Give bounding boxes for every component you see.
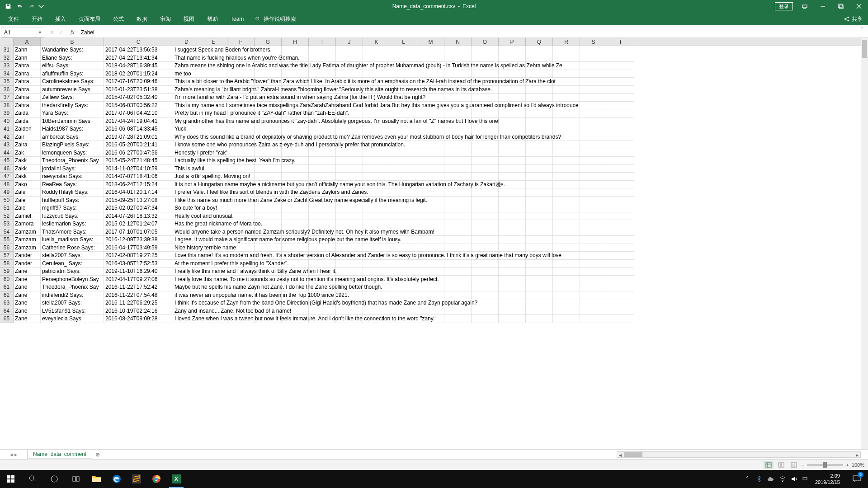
cell[interactable]: 2016-03-05T17:52:53 — [104, 260, 173, 268]
cell[interactable] — [526, 204, 553, 212]
cell[interactable] — [336, 307, 363, 315]
cell[interactable]: Theodora_Phoenix Say — [41, 157, 104, 165]
cell[interactable] — [580, 236, 607, 244]
cell[interactable] — [444, 283, 472, 291]
tab-team[interactable]: Team — [224, 13, 250, 25]
tab-formulas[interactable]: 公式 — [107, 13, 130, 25]
cell[interactable] — [472, 141, 499, 149]
cell[interactable] — [444, 94, 472, 102]
cell[interactable]: Zander — [14, 260, 41, 268]
cell[interactable] — [499, 86, 526, 94]
cell[interactable]: Haids1987 Says: — [41, 125, 104, 133]
cell[interactable]: Zahra — [14, 70, 41, 78]
cell[interactable] — [580, 54, 607, 62]
cell[interactable]: 2014-11-02T04:10:59 — [104, 165, 173, 173]
cell[interactable] — [309, 54, 336, 62]
cell[interactable]: Zaira — [14, 141, 41, 149]
cell[interactable] — [472, 212, 499, 221]
cell[interactable] — [607, 283, 634, 291]
cell[interactable]: Zahra — [14, 102, 41, 110]
cell[interactable]: Zane — [14, 307, 41, 315]
row-header[interactable]: 41 — [0, 125, 14, 133]
cell[interactable] — [553, 94, 580, 102]
cell[interactable] — [553, 260, 580, 268]
tab-insert[interactable]: 插入 — [49, 13, 72, 25]
formula-accept-button[interactable]: ✓ — [57, 29, 65, 36]
cell[interactable]: 2015-06-03T00:56:22 — [104, 102, 173, 110]
cell[interactable] — [336, 70, 363, 78]
cell[interactable] — [499, 165, 526, 173]
cell[interactable] — [444, 197, 472, 205]
cell[interactable] — [499, 46, 526, 54]
cell[interactable] — [526, 197, 553, 205]
cell[interactable] — [526, 181, 553, 189]
search-button[interactable] — [22, 470, 43, 488]
cell[interactable] — [336, 165, 363, 173]
cell[interactable] — [444, 149, 472, 157]
cell[interactable]: Pretty but in my head I pronounce it "ZA… — [173, 109, 200, 117]
cell[interactable]: RoddyThlayli Says: — [41, 188, 104, 197]
cell[interactable] — [607, 197, 634, 205]
cell[interactable] — [553, 307, 580, 315]
row-header[interactable]: 33 — [0, 62, 14, 70]
cell[interactable] — [444, 70, 472, 78]
cell[interactable] — [607, 267, 634, 276]
row-header[interactable]: 40 — [0, 117, 14, 126]
cell[interactable] — [553, 283, 580, 291]
cell[interactable]: Zamzam — [14, 228, 41, 236]
column-header[interactable]: K — [363, 38, 390, 46]
cell[interactable] — [553, 188, 580, 197]
cell[interactable] — [472, 197, 499, 205]
cell[interactable]: At the moment I prefer this spelling to … — [173, 260, 200, 268]
cell[interactable]: 2017-04-22T13:56:53 — [104, 46, 173, 54]
cell[interactable]: 2016-01-23T23:51:38 — [104, 86, 173, 94]
cell[interactable]: 2015-09-25T13:27:08 — [104, 197, 173, 205]
cell[interactable] — [553, 109, 580, 117]
cell[interactable] — [607, 291, 634, 300]
cell[interactable]: 2018-04-28T16:39:45 — [104, 62, 173, 70]
cell[interactable] — [390, 165, 417, 173]
name-box[interactable]: A1▼ — [1, 28, 44, 38]
cell[interactable] — [309, 204, 336, 212]
taskbar-file-explorer[interactable] — [87, 470, 107, 488]
cell[interactable] — [607, 62, 634, 70]
cell[interactable] — [444, 54, 472, 62]
cell[interactable] — [580, 220, 607, 228]
taskbar-excel[interactable]: X — [166, 470, 186, 488]
cell[interactable] — [444, 228, 472, 236]
cell[interactable]: Yuck. — [173, 125, 200, 133]
cell[interactable] — [526, 212, 553, 221]
column-header[interactable]: P — [499, 38, 526, 46]
cell[interactable]: Zak — [14, 149, 41, 157]
cell[interactable] — [526, 86, 553, 94]
cell[interactable] — [580, 109, 607, 117]
tab-page-layout[interactable]: 页面布局 — [72, 13, 107, 25]
bluetooth-icon[interactable] — [755, 475, 763, 483]
view-page-break-button[interactable] — [789, 461, 799, 469]
cell[interactable]: me too — [173, 70, 200, 78]
cell[interactable] — [526, 291, 553, 300]
cell[interactable]: Zahra — [14, 94, 41, 102]
cell[interactable] — [444, 276, 472, 284]
cell[interactable] — [363, 212, 390, 221]
cell[interactable] — [309, 212, 336, 221]
formula-cancel-button[interactable]: ✕ — [48, 29, 56, 36]
row-header[interactable]: 48 — [0, 181, 14, 189]
tell-me-search[interactable]: 操作说明搜索 — [255, 15, 296, 23]
row-header[interactable]: 63 — [0, 299, 14, 307]
zoom-out-button[interactable]: − — [802, 462, 804, 468]
cell[interactable] — [472, 157, 499, 165]
cell[interactable] — [200, 125, 227, 133]
cell[interactable] — [607, 299, 634, 307]
column-header[interactable]: F — [227, 38, 255, 46]
cell[interactable] — [499, 149, 526, 157]
cell[interactable]: Zelliew Says: — [41, 94, 104, 102]
cell[interactable]: lemonqueen Says: — [41, 149, 104, 157]
row-header[interactable]: 45 — [0, 157, 14, 165]
cell[interactable] — [255, 212, 282, 221]
cell[interactable] — [607, 204, 634, 212]
column-header[interactable]: A — [14, 38, 41, 46]
cell[interactable] — [282, 244, 309, 252]
row-header[interactable]: 37 — [0, 94, 14, 102]
cell[interactable] — [417, 204, 444, 212]
